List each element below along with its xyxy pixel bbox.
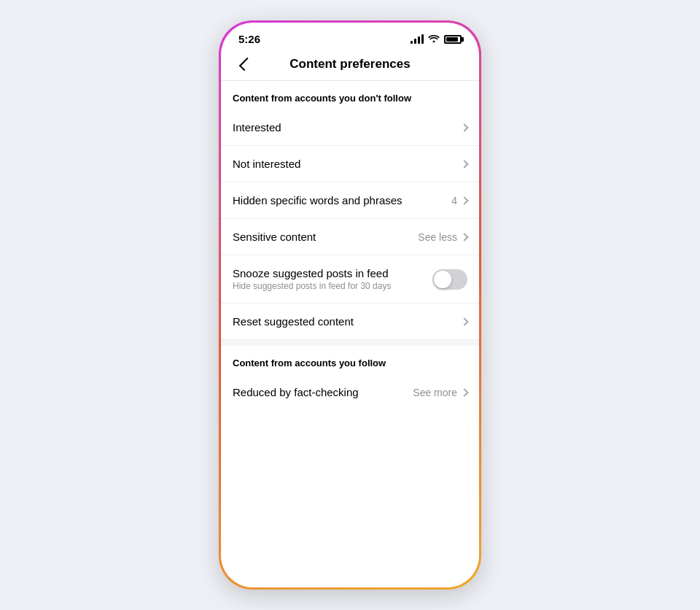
phone-screen: 5:26 <box>221 23 479 587</box>
status-icons <box>411 34 462 45</box>
menu-label-reduced-fact: Reduced by fact-checking <box>233 386 413 398</box>
chevron-right-icon <box>460 388 468 396</box>
chevron-right-icon <box>460 233 468 241</box>
menu-sublabel-snooze: Hide suggested posts in feed for 30 days <box>233 281 432 291</box>
page-title: Content preferences <box>289 57 410 72</box>
menu-label-sensitive: Sensitive content <box>233 231 418 243</box>
snooze-toggle[interactable] <box>432 269 467 290</box>
menu-label-not-interested: Not interested <box>233 158 462 170</box>
chevron-right-icon <box>460 160 468 168</box>
status-bar: 5:26 <box>221 23 479 51</box>
battery-icon <box>444 35 462 44</box>
menu-item-sensitive-content[interactable]: Sensitive content See less <box>221 219 479 255</box>
section-header-follow: Content from accounts you follow <box>221 346 479 374</box>
status-time: 5:26 <box>238 33 260 45</box>
see-more-text: See more <box>413 387 457 398</box>
toggle-knob <box>434 271 451 288</box>
menu-item-snooze[interactable]: Snooze suggested posts in feed Hide sugg… <box>221 255 479 304</box>
menu-label-reset: Reset suggested content <box>233 315 462 328</box>
menu-item-interested[interactable]: Interested <box>221 109 479 146</box>
section-header-not-follow: Content from accounts you don't follow <box>221 81 479 109</box>
chevron-right-icon <box>460 317 468 325</box>
menu-label-hidden-words: Hidden specific words and phrases <box>233 194 451 206</box>
phone-frame: 5:26 <box>219 20 481 590</box>
chevron-right-icon <box>460 123 468 131</box>
back-chevron-icon <box>239 58 252 71</box>
menu-item-reduced-fact[interactable]: Reduced by fact-checking See more <box>221 374 479 410</box>
menu-item-reset[interactable]: Reset suggested content <box>221 304 479 340</box>
back-button[interactable] <box>233 53 256 76</box>
signal-icon <box>411 35 424 44</box>
menu-label-interested: Interested <box>233 121 462 134</box>
hidden-words-badge: 4 <box>451 195 457 206</box>
page-header: Content preferences <box>221 51 479 81</box>
chevron-right-icon <box>460 196 468 204</box>
menu-label-snooze: Snooze suggested posts in feed <box>233 267 432 279</box>
wifi-icon <box>428 34 440 45</box>
content-area: Content from accounts you don't follow I… <box>221 81 479 587</box>
menu-item-hidden-words[interactable]: Hidden specific words and phrases 4 <box>221 182 479 219</box>
section-divider <box>221 340 479 346</box>
menu-item-not-interested[interactable]: Not interested <box>221 146 479 182</box>
see-less-text: See less <box>418 231 457 243</box>
